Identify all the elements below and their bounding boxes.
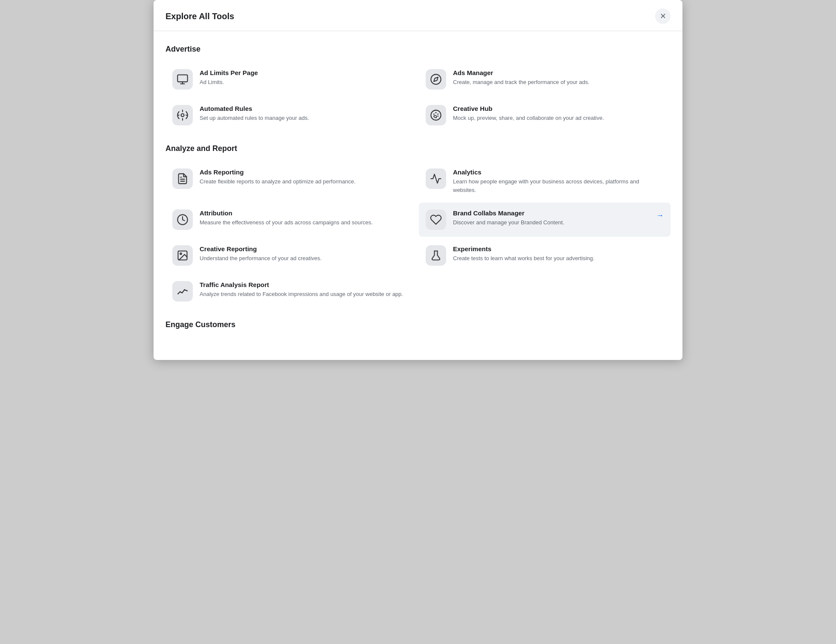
svg-point-13	[437, 113, 438, 115]
svg-marker-4	[434, 77, 438, 81]
tool-attribution-desc: Measure the effectiveness of your ads ac…	[200, 218, 410, 227]
tool-creative-hub[interactable]: Creative Hub Mock up, preview, share, an…	[419, 98, 671, 132]
modal-title: Explore All Tools	[165, 12, 234, 21]
tool-ads-manager-name: Ads Manager	[453, 69, 664, 76]
handshake-icon	[426, 209, 446, 230]
svg-point-11	[433, 113, 435, 115]
palette-icon	[426, 105, 446, 125]
close-icon: ✕	[660, 12, 666, 21]
close-button[interactable]: ✕	[655, 9, 671, 24]
advertise-tools-grid: Ad Limits Per Page Ad Limits. Ads Manage…	[165, 62, 671, 132]
modal-body: Advertise Ad Limits Per Page Ad Limits.	[154, 31, 682, 360]
tool-creative-reporting-name: Creative Reporting	[200, 245, 410, 252]
image-icon	[172, 245, 193, 266]
svg-point-20	[180, 253, 182, 255]
tool-brand-collabs-name: Brand Collabs Manager	[453, 209, 649, 217]
tool-experiments-desc: Create tests to learn what works best fo…	[453, 254, 664, 263]
tool-creative-reporting[interactable]: Creative Reporting Understand the perfor…	[165, 238, 417, 273]
attribution-icon	[172, 209, 193, 230]
tool-ads-reporting-desc: Create flexible reports to analyze and o…	[200, 177, 410, 186]
section-title-advertise: Advertise	[165, 45, 671, 54]
navigation-icon	[426, 69, 446, 90]
tool-ads-manager-content: Ads Manager Create, manage and track the…	[453, 69, 664, 87]
tool-brand-collabs-content: Brand Collabs Manager Discover and manag…	[453, 209, 649, 227]
section-title-engage: Engage Customers	[165, 320, 671, 329]
svg-point-14	[437, 116, 438, 117]
experiments-icon	[426, 245, 446, 266]
tool-creative-hub-desc: Mock up, preview, share, and collaborate…	[453, 114, 664, 122]
svg-rect-0	[177, 75, 187, 82]
tool-automated-rules-desc: Set up automated rules to manage your ad…	[200, 114, 410, 122]
tool-creative-reporting-content: Creative Reporting Understand the perfor…	[200, 245, 410, 263]
tool-analytics-name: Analytics	[453, 168, 664, 176]
tool-creative-reporting-desc: Understand the performance of your ad cr…	[200, 254, 410, 263]
modal-header: Explore All Tools ✕	[154, 0, 682, 31]
tool-ads-reporting-content: Ads Reporting Create flexible reports to…	[200, 168, 410, 186]
tool-creative-hub-content: Creative Hub Mock up, preview, share, an…	[453, 105, 664, 122]
tool-ad-limits[interactable]: Ad Limits Per Page Ad Limits.	[165, 62, 417, 96]
tool-analytics-desc: Learn how people engage with your busine…	[453, 177, 664, 194]
tool-brand-collabs-desc: Discover and manage your Branded Content…	[453, 218, 649, 227]
traffic-icon	[172, 281, 193, 302]
tool-ad-limits-content: Ad Limits Per Page Ad Limits.	[200, 69, 410, 87]
svg-point-3	[431, 74, 441, 84]
tool-brand-collabs[interactable]: Brand Collabs Manager Discover and manag…	[419, 203, 671, 237]
section-engage-customers: Engage Customers	[165, 320, 671, 338]
brand-collabs-arrow: →	[656, 209, 664, 220]
svg-point-12	[435, 112, 437, 113]
tool-automated-rules-name: Automated Rules	[200, 105, 410, 112]
tool-traffic-analysis-content: Traffic Analysis Report Analyze trends r…	[200, 281, 410, 299]
tool-experiments-content: Experiments Create tests to learn what w…	[453, 245, 664, 263]
tool-experiments-name: Experiments	[453, 245, 664, 252]
tool-ads-manager-desc: Create, manage and track the performance…	[453, 78, 664, 87]
analytics-icon	[426, 168, 446, 189]
monitor-icon	[172, 69, 193, 90]
svg-point-5	[181, 114, 184, 117]
svg-point-22	[177, 293, 179, 294]
tool-traffic-analysis-name: Traffic Analysis Report	[200, 281, 410, 288]
tool-experiments[interactable]: Experiments Create tests to learn what w…	[419, 238, 671, 273]
tool-traffic-analysis-desc: Analyze trends related to Facebook impre…	[200, 290, 410, 299]
tool-attribution-content: Attribution Measure the effectiveness of…	[200, 209, 410, 227]
section-advertise: Advertise Ad Limits Per Page Ad Limits.	[165, 45, 671, 132]
tool-traffic-analysis[interactable]: Traffic Analysis Report Analyze trends r…	[165, 274, 417, 308]
tool-analytics-content: Analytics Learn how people engage with y…	[453, 168, 664, 194]
analyze-tools-grid: Ads Reporting Create flexible reports to…	[165, 162, 671, 308]
report-icon	[172, 168, 193, 189]
section-title-analyze: Analyze and Report	[165, 144, 671, 153]
tool-analytics[interactable]: Analytics Learn how people engage with y…	[419, 162, 671, 201]
svg-point-10	[431, 110, 441, 120]
section-analyze-report: Analyze and Report Ads Reporting	[165, 144, 671, 308]
svg-point-24	[181, 292, 183, 293]
tool-attribution[interactable]: Attribution Measure the effectiveness of…	[165, 203, 417, 237]
svg-point-25	[184, 289, 185, 290]
tool-automated-rules-content: Automated Rules Set up automated rules t…	[200, 105, 410, 122]
tool-creative-hub-name: Creative Hub	[453, 105, 664, 112]
rules-icon	[172, 105, 193, 125]
tool-attribution-name: Attribution	[200, 209, 410, 217]
tool-ad-limits-desc: Ad Limits.	[200, 78, 410, 87]
modal: Explore All Tools ✕ Advertise	[154, 0, 682, 360]
tool-ads-manager[interactable]: Ads Manager Create, manage and track the…	[419, 62, 671, 96]
svg-point-23	[180, 291, 181, 293]
tool-ads-reporting[interactable]: Ads Reporting Create flexible reports to…	[165, 162, 417, 201]
tool-ads-reporting-name: Ads Reporting	[200, 168, 410, 176]
tool-ad-limits-name: Ad Limits Per Page	[200, 69, 410, 76]
svg-point-26	[186, 290, 188, 291]
tool-automated-rules[interactable]: Automated Rules Set up automated rules t…	[165, 98, 417, 132]
